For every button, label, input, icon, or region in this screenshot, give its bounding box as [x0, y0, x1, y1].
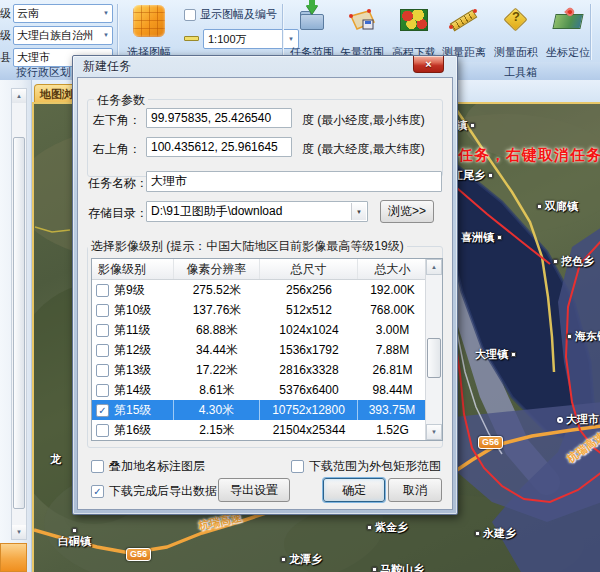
map-town-label: 永建乡	[475, 526, 516, 541]
town-marker-icon	[511, 352, 516, 357]
map-town-label: 喜洲镇	[461, 230, 502, 245]
map-town-label: 白硐镇	[58, 528, 91, 549]
map-town-label: 龙潭乡	[281, 552, 322, 567]
table-row[interactable]: 第16级 2.15米 21504x25344 1.52G	[92, 420, 442, 440]
level-checkbox[interactable]	[96, 344, 109, 357]
table-row[interactable]: 第12级 34.44米 1536x1792 7.88M	[92, 340, 442, 360]
vector-polygon-icon	[347, 8, 377, 34]
bounding-rect-checkbox[interactable]	[291, 460, 304, 473]
county-label: 县	[0, 50, 13, 65]
bottom-left-suffix: 度 (最小经度,最小纬度)	[302, 112, 425, 129]
save-dir-combo[interactable]: D:\91卫图助手\download ▼	[146, 201, 368, 222]
scale-select[interactable]: 1:100万 ▼	[203, 29, 299, 49]
bottom-left-input[interactable]: 99.975835, 25.426540	[146, 108, 292, 128]
scrollbar-thumb[interactable]	[13, 137, 25, 509]
province-select-row: 级 云南 ▼	[0, 3, 113, 23]
town-marker-icon	[372, 567, 377, 572]
measure-distance-button[interactable]: 测量距离	[440, 2, 488, 60]
town-marker-icon	[281, 557, 286, 562]
col-header-resolution[interactable]: 像素分辨率	[174, 259, 260, 279]
bottom-left-label: 左下角：	[93, 112, 141, 129]
scroll-down-icon[interactable]: ▼	[426, 424, 442, 440]
town-marker-icon	[553, 259, 558, 264]
level-checkbox[interactable]	[96, 324, 109, 337]
prefecture-label: 级	[0, 28, 13, 43]
col-header-total[interactable]: 总大小	[358, 259, 427, 279]
town-marker-icon	[367, 525, 372, 530]
scroll-up-icon[interactable]: ▲	[426, 259, 442, 275]
city-marker-icon	[557, 417, 563, 423]
level-table: 影像级别 像素分辨率 总尺寸 总大小 第9级 275.52米 256x256 1…	[91, 258, 443, 441]
town-marker-icon	[470, 123, 475, 128]
collapsed-panel-tab[interactable]	[0, 543, 27, 572]
level-checkbox[interactable]	[96, 304, 109, 317]
town-marker-icon	[567, 334, 572, 339]
vector-range-button[interactable]: 矢量范围	[338, 2, 386, 60]
prefecture-select-row: 级 大理白族自治州 ▼	[0, 25, 113, 45]
browse-button[interactable]: 浏览>>	[380, 200, 434, 223]
scroll-up-icon[interactable]: ▲	[12, 89, 26, 103]
table-row[interactable]: 第10级 137.76米 512x512 768.00K	[92, 300, 442, 320]
town-marker-icon	[537, 204, 542, 209]
table-row[interactable]: 第13级 17.22米 2816x3328 26.81M	[92, 360, 442, 380]
panel-scrollbar[interactable]: ▲ ▼	[11, 88, 27, 540]
table-row[interactable]: 第14级 8.61米 5376x6400 98.44M	[92, 380, 442, 400]
save-dir-label: 存储目录：	[88, 205, 148, 222]
overlay-labels-checkbox[interactable]	[91, 460, 104, 473]
task-folder-download-icon	[298, 8, 326, 32]
scrollbar-thumb[interactable]	[427, 338, 441, 378]
select-sheet-button[interactable]: 选择图幅	[122, 2, 176, 60]
app-window: 按行政区划 工具箱 级 云南 ▼ 级 大理白族自治州 ▼ 县 大理市 选择图幅	[0, 0, 600, 572]
left-panel: ▲ ▼	[0, 80, 32, 572]
task-name-input[interactable]: 大理市	[146, 171, 442, 192]
task-range-button[interactable]: 任务范围	[288, 2, 336, 60]
group-caption-by-region: 按行政区划	[16, 65, 71, 80]
table-row-selected[interactable]: ✓第15级 4.30米 10752x12800 393.75M	[92, 400, 442, 420]
export-after-checkbox-checked[interactable]: ✓	[91, 485, 104, 498]
export-settings-button[interactable]: 导出设置	[218, 478, 290, 502]
map-pin-icon	[554, 8, 582, 32]
top-right-input[interactable]: 100.435612, 25.961645	[146, 137, 292, 157]
chevron-down-icon[interactable]: ▼	[351, 203, 366, 220]
elevation-download-button[interactable]: 高程下载	[390, 2, 438, 60]
road-shield: G56	[126, 548, 151, 561]
prefecture-select[interactable]: 大理白族自治州 ▼	[13, 26, 113, 45]
cancel-button[interactable]: 取消	[388, 478, 442, 502]
province-label: 级	[0, 6, 13, 21]
level-checkbox[interactable]	[96, 364, 109, 377]
map-task-hint-text: 任务，右键取消任务	[458, 146, 600, 165]
task-name-label: 任务名称：	[88, 175, 148, 192]
col-header-level[interactable]: 影像级别	[92, 259, 174, 279]
map-city-label: 大理市	[557, 412, 599, 427]
map-sheet-grid-icon	[133, 5, 165, 37]
table-scrollbar[interactable]: ▲ ▼	[425, 259, 442, 440]
level-checkbox[interactable]	[96, 384, 109, 397]
level-checkbox-checked[interactable]: ✓	[96, 404, 109, 417]
bounding-rect-option[interactable]: 下载范围为外包矩形范围	[291, 458, 441, 475]
table-row[interactable]: 第11级 68.88米 1024x1024 3.00M	[92, 320, 442, 340]
coordinate-locate-button[interactable]: 坐标定位	[544, 2, 592, 60]
dialog-titlebar[interactable]: 新建任务	[73, 56, 457, 77]
chevron-down-icon: ▼	[103, 10, 109, 16]
ok-button[interactable]: 确定	[323, 478, 385, 502]
toolbar-separator	[590, 4, 591, 60]
group-caption-toolbox: 工具箱	[504, 65, 537, 80]
table-row[interactable]: 第9级 275.52米 256x256 192.00K	[92, 280, 442, 300]
toolbar-separator	[282, 4, 283, 60]
show-sheet-checkbox[interactable]	[184, 9, 196, 21]
export-after-option[interactable]: ✓ 下载完成后导出数据	[91, 483, 217, 500]
level-checkbox[interactable]	[96, 284, 109, 297]
level-checkbox[interactable]	[96, 424, 109, 437]
town-marker-icon	[475, 531, 480, 536]
elevation-terrain-icon	[400, 9, 428, 31]
show-sheet-label: 显示图幅及编号	[200, 7, 277, 22]
top-right-suffix: 度 (最大经度,最大纬度)	[302, 141, 425, 158]
province-select[interactable]: 云南 ▼	[13, 4, 113, 23]
col-header-size[interactable]: 总尺寸	[260, 259, 358, 279]
close-button[interactable]: ×	[413, 56, 444, 73]
overlay-labels-option[interactable]: 叠加地名标注图层	[91, 458, 205, 475]
dialog-title: 新建任务	[83, 58, 131, 75]
cut-off-button[interactable]: 实	[595, 2, 600, 60]
measure-area-button[interactable]: ? 测量面积	[492, 2, 540, 60]
scroll-down-icon[interactable]: ▼	[12, 525, 26, 539]
